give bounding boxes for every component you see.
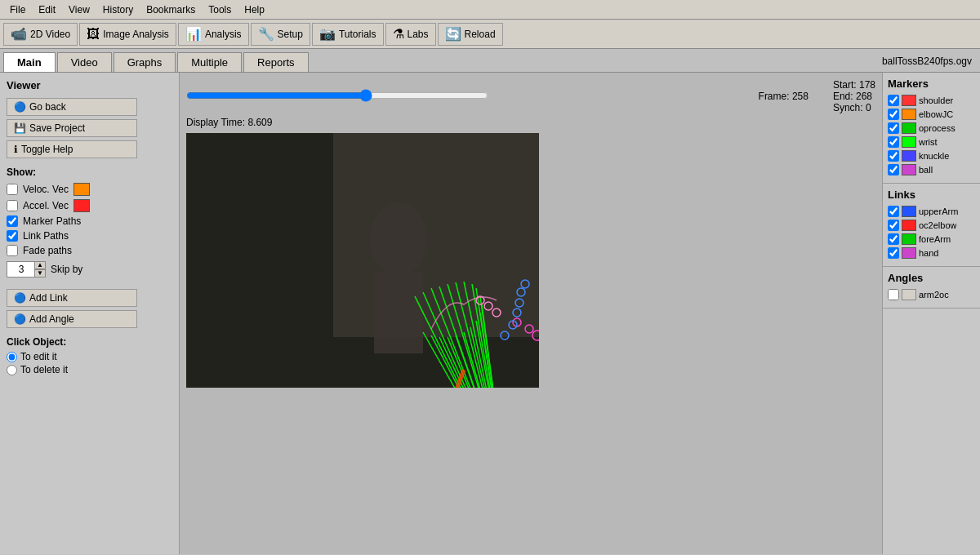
marker-knuckle-checkbox[interactable]	[888, 150, 899, 162]
menu-help[interactable]: Help	[238, 2, 271, 17]
display-time-label: Display Time:	[186, 117, 245, 128]
frame-slider[interactable]	[186, 89, 488, 102]
end-info: End: 268	[833, 91, 875, 102]
video-icon: 📹	[11, 26, 27, 42]
angle-arm2oc-color	[902, 289, 916, 300]
end-label: End:	[833, 91, 853, 102]
main-layout: Viewer 🔵 Go back 💾 Save Project ℹ Toggle…	[0, 73, 980, 554]
toolbar-tutorials[interactable]: 📷 Tutorials	[312, 23, 384, 46]
veloc-vec-row: Veloc. Vec	[7, 183, 172, 196]
display-time-value: 8.609	[247, 117, 272, 128]
toggle-help-button[interactable]: ℹ Toggle Help	[7, 140, 137, 158]
links-title: Links	[888, 189, 975, 201]
angle-arm2oc-checkbox[interactable]	[888, 289, 899, 300]
toolbar-reload-label: Reload	[465, 29, 496, 40]
toolbar-2dvideo-label: 2D Video	[30, 29, 70, 40]
image-icon: 🖼	[87, 27, 100, 42]
skip-input[interactable]	[7, 261, 36, 278]
veloc-vec-label: Veloc. Vec	[23, 184, 69, 195]
toolbar-labs[interactable]: ⚗ Labs	[385, 23, 436, 46]
fade-paths-label: Fade paths	[23, 245, 72, 256]
angle-arm2oc-label: arm2oc	[919, 290, 949, 300]
link-paths-row: Link Paths	[7, 230, 172, 242]
marker-knuckle-label: knuckle	[919, 151, 949, 161]
marker-knuckle: knuckle	[888, 150, 975, 162]
video-overlay	[186, 133, 539, 388]
angle-arm2oc: arm2oc	[888, 289, 975, 300]
marker-ball: ball	[888, 164, 975, 175]
to-edit-row: To edit it	[7, 351, 172, 362]
toolbar-labs-label: Labs	[408, 29, 429, 40]
marker-paths-row: Marker Paths	[7, 215, 172, 227]
menu-history[interactable]: History	[96, 2, 140, 17]
marker-shoulder-label: shoulder	[919, 95, 953, 105]
click-object-title: Click Object:	[7, 336, 172, 348]
links-section: Links upperArm oc2elbow foreArm hand	[883, 184, 980, 267]
to-edit-label: To edit it	[20, 351, 57, 362]
to-edit-radio[interactable]	[7, 352, 17, 362]
toolbar-reload[interactable]: 🔄 Reload	[438, 23, 503, 46]
tab-video[interactable]: Video	[57, 52, 112, 72]
angles-section: Angles arm2oc	[883, 267, 980, 309]
menu-view[interactable]: View	[62, 2, 96, 17]
toolbar-analysis[interactable]: 📊 Analysis	[178, 23, 249, 46]
marker-paths-label: Marker Paths	[23, 215, 81, 227]
fade-paths-checkbox[interactable]	[7, 245, 18, 256]
toolbar-setup[interactable]: 🔧 Setup	[251, 23, 310, 46]
marker-ball-color	[902, 164, 916, 175]
tab-reports[interactable]: Reports	[243, 52, 309, 72]
toolbar-2dvideo[interactable]: 📹 2D Video	[3, 23, 78, 46]
link-forearm-checkbox[interactable]	[888, 233, 899, 245]
marker-ball-checkbox[interactable]	[888, 164, 899, 175]
accel-vec-checkbox[interactable]	[7, 200, 18, 211]
tab-main[interactable]: Main	[3, 52, 56, 72]
tab-graphs[interactable]: Graphs	[114, 52, 176, 72]
add-angle-button[interactable]: 🔵 Add Angle	[7, 310, 137, 328]
marker-elbowjc-checkbox[interactable]	[888, 109, 899, 120]
skip-up-button[interactable]: ▲	[34, 261, 46, 269]
marker-shoulder-checkbox[interactable]	[888, 95, 899, 106]
go-back-button[interactable]: 🔵 Go back	[7, 98, 137, 116]
menu-bookmarks[interactable]: Bookmarks	[140, 2, 202, 17]
link-upperarm-checkbox[interactable]	[888, 206, 899, 217]
frame-info: Frame: 258	[759, 91, 808, 102]
video-canvas	[186, 133, 539, 388]
markers-section: Markers shoulder elbowJC oprocess wrist	[883, 73, 980, 184]
link-oc2elbow-checkbox[interactable]	[888, 220, 899, 231]
frame-label: Frame:	[759, 91, 790, 102]
viewer-title: Viewer	[7, 79, 172, 91]
link-hand-checkbox[interactable]	[888, 247, 899, 259]
save-project-button[interactable]: 💾 Save Project	[7, 119, 137, 137]
veloc-vec-checkbox[interactable]	[7, 184, 18, 195]
skip-down-button[interactable]: ▼	[34, 269, 46, 278]
menu-tools[interactable]: Tools	[202, 2, 238, 17]
angles-title: Angles	[888, 272, 975, 284]
add-angle-icon: 🔵	[14, 313, 26, 325]
link-upperarm-label: upperArm	[919, 206, 958, 216]
right-panel: Markers shoulder elbowJC oprocess wrist	[882, 73, 980, 554]
marker-wrist-checkbox[interactable]	[888, 136, 899, 148]
link-hand: hand	[888, 247, 975, 259]
synch-value: 0	[866, 102, 871, 113]
menu-edit[interactable]: Edit	[32, 2, 62, 17]
veloc-vec-color	[74, 183, 90, 196]
left-panel: Viewer 🔵 Go back 💾 Save Project ℹ Toggle…	[0, 73, 180, 554]
skip-row: ▲ ▼ Skip by	[7, 261, 172, 278]
menu-bar: File Edit View History Bookmarks Tools H…	[0, 0, 980, 20]
toolbar-image-analysis[interactable]: 🖼 Image Analysis	[79, 23, 176, 46]
synch-info: Synch: 0	[833, 102, 875, 113]
marker-paths-checkbox[interactable]	[7, 215, 18, 227]
stats-block: Start: 178 End: 268 Synch: 0	[833, 79, 875, 113]
tab-multiple[interactable]: Multiple	[177, 52, 242, 72]
link-hand-color	[902, 247, 916, 259]
end-value: 268	[856, 91, 872, 102]
save-project-icon: 💾	[14, 122, 26, 134]
menu-file[interactable]: File	[3, 2, 32, 17]
link-paths-checkbox[interactable]	[7, 230, 18, 242]
tabs-row: Main Video Graphs Multiple Reports ballT…	[0, 49, 980, 73]
svg-rect-4	[374, 272, 423, 353]
to-delete-row: To delete it	[7, 364, 172, 375]
to-delete-radio[interactable]	[7, 365, 17, 375]
add-link-button[interactable]: 🔵 Add Link	[7, 289, 137, 307]
marker-oprocess-checkbox[interactable]	[888, 122, 899, 134]
